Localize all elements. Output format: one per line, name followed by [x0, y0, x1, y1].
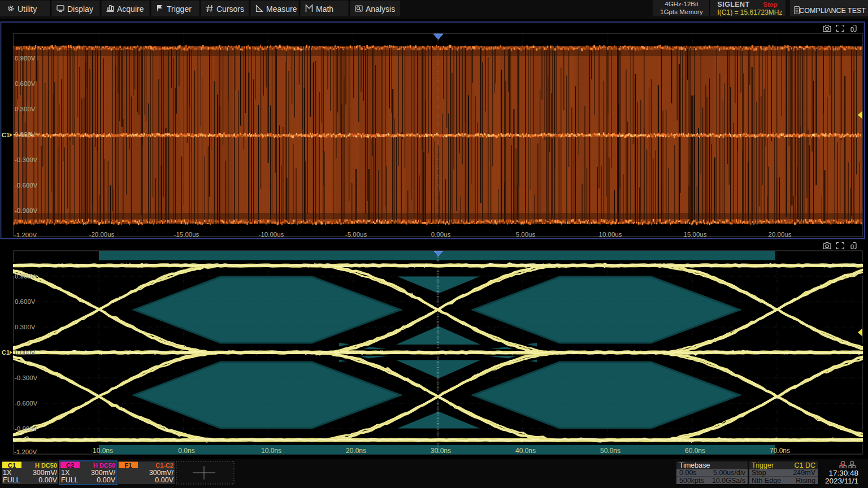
svg-text:FULL: FULL [61, 476, 79, 484]
svg-text:-1.200V: -1.200V [14, 232, 37, 238]
svg-text:H DC50: H DC50 [93, 462, 115, 469]
svg-text:70.0ns: 70.0ns [770, 447, 790, 455]
svg-text:-10.00us: -10.00us [259, 231, 284, 238]
svg-text:-0.900V: -0.900V [15, 207, 38, 214]
svg-text:60.0ns: 60.0ns [685, 447, 705, 455]
svg-text:0.000V: 0.000V [15, 349, 36, 356]
svg-text:10.0ns: 10.0ns [261, 447, 281, 455]
svg-text:C2: C2 [66, 462, 74, 469]
svg-text:249mV: 249mV [793, 469, 815, 477]
svg-text:15.00us: 15.00us [684, 231, 707, 238]
svg-text:0.300V: 0.300V [15, 106, 36, 112]
svg-text:H DC50: H DC50 [35, 462, 57, 469]
svg-text:COMPLIANCE TEST: COMPLIANCE TEST [799, 7, 866, 15]
svg-text:Acquire: Acquire [117, 5, 144, 14]
svg-text:10.0GSa/s: 10.0GSa/s [712, 477, 745, 485]
svg-text:Rising: Rising [796, 477, 815, 485]
svg-text:C1: C1 [2, 349, 10, 356]
svg-text:40.0ns: 40.0ns [515, 447, 536, 455]
svg-text:-20.00us: -20.00us [89, 231, 115, 238]
svg-text:Stop: Stop [763, 1, 778, 8]
svg-text:Cursors: Cursors [216, 5, 244, 14]
svg-text:Stop: Stop [752, 469, 766, 477]
svg-text:0.600V: 0.600V [15, 298, 36, 305]
svg-text:0.300V: 0.300V [15, 324, 36, 330]
svg-text:0.000V: 0.000V [15, 131, 36, 138]
svg-text:F1: F1 [125, 462, 132, 469]
svg-text:-10.0ns: -10.0ns [90, 447, 113, 455]
svg-text:20.0ns: 20.0ns [346, 447, 366, 455]
svg-text:FULL: FULL [3, 476, 20, 484]
svg-text:Nth Edge: Nth Edge [752, 477, 781, 485]
svg-text:300mV/: 300mV/ [33, 469, 58, 477]
svg-text:1Gpts Memory: 1Gpts Memory [660, 8, 703, 15]
svg-text:-0.300V: -0.300V [15, 374, 38, 381]
svg-text:Timebase: Timebase [679, 461, 710, 469]
svg-text:-15.00us: -15.00us [174, 231, 199, 238]
svg-text:20.00us: 20.00us [769, 231, 792, 238]
svg-text:17:30:48: 17:30:48 [828, 469, 858, 477]
svg-text:50.0ns: 50.0ns [600, 447, 620, 455]
svg-text:0.900V: 0.900V [15, 273, 36, 280]
svg-text:-5.00us: -5.00us [345, 231, 367, 238]
svg-text:-0.600V: -0.600V [15, 400, 38, 407]
svg-text:500kpts: 500kpts [679, 477, 704, 485]
svg-text:-0.600V: -0.600V [15, 182, 38, 189]
svg-text:f(C1) = 15.61723MHz: f(C1) = 15.61723MHz [717, 8, 782, 16]
svg-text:2023/11/1: 2023/11/1 [825, 477, 858, 485]
svg-text:-0.900V: -0.900V [15, 425, 38, 432]
svg-text:Utility: Utility [18, 5, 37, 14]
svg-text:C1: C1 [2, 132, 10, 138]
svg-text:300mV/: 300mV/ [149, 469, 174, 477]
svg-text:Measure: Measure [266, 5, 297, 14]
svg-text:10.00us: 10.00us [599, 231, 622, 238]
svg-text:1X: 1X [61, 469, 70, 477]
svg-text:0.00V: 0.00V [38, 476, 57, 484]
svg-text:Display: Display [67, 5, 93, 14]
svg-text:0.00V: 0.00V [97, 476, 115, 484]
svg-text:0.00V: 0.00V [155, 476, 173, 484]
svg-text:30.0ns: 30.0ns [431, 447, 451, 455]
svg-text:C1: C1 [8, 462, 16, 469]
svg-text:-1.200V: -1.200V [14, 448, 37, 455]
svg-text:0.600V: 0.600V [15, 80, 36, 87]
svg-text:0.900V: 0.900V [15, 55, 36, 62]
svg-text:0.00us: 0.00us [431, 231, 451, 238]
svg-text:SIGLENT: SIGLENT [718, 1, 750, 8]
svg-text:300mV/: 300mV/ [91, 469, 116, 477]
svg-text:1X: 1X [3, 469, 12, 477]
svg-text:Trigger: Trigger [167, 5, 192, 14]
svg-text:Trigger: Trigger [752, 461, 774, 469]
svg-text:Analysis: Analysis [366, 5, 395, 14]
svg-text:5.00us: 5.00us [516, 231, 536, 238]
svg-text:C1 DC: C1 DC [794, 461, 815, 469]
svg-text:5.00us/div: 5.00us/div [713, 469, 746, 477]
svg-text:Math: Math [316, 5, 333, 14]
svg-text:0.00s: 0.00s [679, 469, 697, 477]
svg-text:4GHz-12Bit: 4GHz-12Bit [665, 1, 698, 7]
svg-text:C1-C2: C1-C2 [155, 462, 173, 469]
svg-text:-0.300V: -0.300V [15, 156, 38, 163]
svg-text:0.0ns: 0.0ns [178, 447, 194, 455]
